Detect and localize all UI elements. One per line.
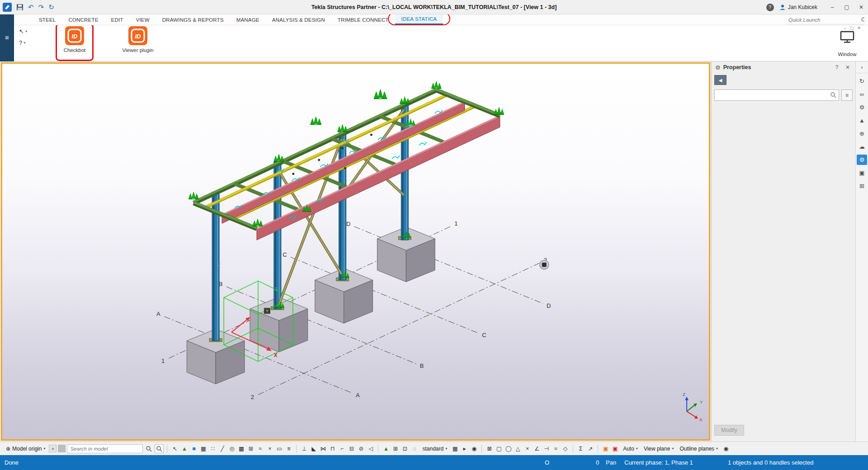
select-switch-icon[interactable]: ↖ [170,444,179,453]
snap-profile-dropdown[interactable]: standard ▾ [420,444,449,454]
tab-idea-statica[interactable]: IDEA STATICA [395,14,443,25]
applications-icon[interactable]: ⊞ [857,181,867,191]
viewer-plugin-button[interactable]: ID Viewer plugin [120,26,156,61]
column-3[interactable] [339,132,346,280]
select-grids-icon[interactable]: ⊞ [246,444,255,453]
view-tool-cross-icon[interactable]: × [523,444,532,453]
link-icon[interactable]: ∞ [857,89,867,99]
select-components-icon[interactable]: ▦ [199,444,208,453]
deck[interactable] [193,89,500,240]
mdi-close-icon[interactable]: ✕ [857,26,861,30]
snap-intersection-icon[interactable]: ⋈ [319,444,327,453]
auto-dropdown[interactable]: Auto ▾ [621,444,640,454]
view-plane-dropdown[interactable]: View plane ▾ [642,444,676,454]
snap-grid-points-icon[interactable]: ⊞ [391,444,400,453]
learning-icon[interactable]: ▲ [857,115,867,126]
tab-manage[interactable]: MANAGE [230,14,266,25]
modify-button[interactable]: Modify [714,425,744,436]
snap-off-icon[interactable]: ⊘ [357,444,365,453]
view-tool-axis-icon[interactable]: ⊣ [542,444,551,453]
panel-back-button[interactable]: ◀ [714,75,726,85]
snap-nearest-icon[interactable]: ◁ [366,444,375,453]
window-icon[interactable] [840,31,855,43]
outline-planes-dropdown[interactable]: Outline planes ▾ [677,444,720,454]
select-objects-icon[interactable]: ■ [189,444,198,453]
pointer-tool-icon[interactable]: ▸ [460,444,469,453]
snap-perpendicular-icon[interactable]: ⊥ [300,444,308,453]
visibility-tool-icon[interactable]: ◉ [470,444,478,453]
tab-steel[interactable]: STEEL [33,14,62,25]
snap-any-points-icon[interactable]: ⊡ [401,444,409,453]
model-origin-dropdown[interactable]: ⊕ Model origin ▾ [4,444,47,454]
gear-help-icon[interactable]: ⚙ [857,102,867,113]
tab-view[interactable]: VIEW [130,14,156,25]
tab-concrete[interactable]: CONCRETE [62,14,104,25]
properties-search-input[interactable] [714,89,839,101]
clip-plane-tool-icon[interactable]: ▣ [601,444,610,453]
snap-reference-icon[interactable]: ▲ [382,444,390,453]
help-tool-button[interactable]: ? ▾ [19,39,27,46]
pane-expand-icon[interactable]: › [856,61,868,73]
3d-scene[interactable]: AABBCCDD1122 [2,64,709,439]
trimble-connect-icon[interactable]: ☁ [857,141,867,152]
quick-launch[interactable] [787,16,864,24]
cut-plane-tool-icon[interactable]: ▣ [611,444,619,453]
components-icon[interactable]: ▣ [857,168,867,178]
select-points-icon[interactable]: ∷ [208,444,217,453]
undo-icon[interactable]: ↶ [28,3,34,11]
close-button[interactable]: ✕ [854,1,868,14]
snap-filter-icon[interactable]: ▲ [180,444,189,453]
maximize-button[interactable]: ▢ [840,1,854,14]
tab-analysis-design[interactable]: ANALYSIS & DESIGN [266,14,331,25]
minimize-button[interactable]: – [826,1,839,14]
user-account[interactable]: Jan Kubicek [779,4,817,10]
model-search-options-button[interactable] [155,444,164,453]
file-menu-strip[interactable]: ≡ [0,14,14,61]
view-tool-wave-icon[interactable]: ≈ [552,444,560,453]
checkbot-button[interactable]: ID Checkbot [57,26,92,61]
select-surfaces-icon[interactable]: ◎ [227,444,236,453]
select-tool-button[interactable]: ↖ ▾ [19,28,27,35]
select-cuts-icon[interactable]: × [265,444,274,453]
view-tool-circle-icon[interactable]: ◯ [504,444,513,453]
history-icon[interactable]: ↻ [48,3,54,11]
tab-edit[interactable]: EDIT [105,14,130,25]
grid-tool-icon[interactable]: ▦ [451,444,459,453]
select-parts-icon[interactable]: ╱ [218,444,226,453]
help-icon[interactable]: ? [766,4,774,11]
tekla-online-icon[interactable]: ⊕ [857,128,867,139]
panel-close-icon[interactable]: ✕ [844,64,852,70]
model-search-input[interactable] [67,444,143,453]
view-tool-box-icon[interactable]: ▢ [495,444,503,453]
mdi-minimize-icon[interactable]: – [844,26,846,30]
rotation-center-icon[interactable] [540,260,549,269]
view-tool-angle-icon[interactable]: ∠ [533,444,541,453]
select-views-icon[interactable]: ▭ [275,444,283,453]
snap-free-icon[interactable]: ◌ [410,444,419,453]
select-welds-icon[interactable]: ≈ [256,444,264,453]
measure-tool-icon[interactable]: ↗ [586,444,594,453]
mdi-restore-icon[interactable]: ▢ [850,26,854,30]
snap-center-icon[interactable]: ⊟ [347,444,356,453]
model-viewport[interactable]: AABBCCDD1122 [1,62,710,441]
tab-trimble-connect[interactable]: TRIMBLE CONNECT [331,14,395,25]
origin-toggle-button[interactable] [58,445,66,452]
filter-tool-icon[interactable]: Σ [576,444,585,453]
select-meshes-icon[interactable]: ▩ [237,444,245,453]
view-tool-fit-icon[interactable]: ⊠ [485,444,494,453]
properties-list-button[interactable]: ≡ [841,89,853,101]
view-tool-triangle-icon[interactable]: △ [514,444,522,453]
refresh-icon[interactable]: ↻ [857,76,867,86]
select-lines-icon[interactable]: ≡ [284,444,293,453]
quick-launch-input[interactable] [787,17,861,23]
view-tool-diamond-icon[interactable]: ◇ [561,444,570,453]
save-icon[interactable] [16,4,24,11]
redo-icon[interactable]: ↷ [38,3,44,11]
tab-drawings-reports[interactable]: DRAWINGS & REPORTS [156,14,230,25]
panel-help-icon[interactable]: ? [833,64,841,70]
properties-gear-icon[interactable]: ⚙ [857,155,867,165]
visibility-eye-icon[interactable]: ◉ [722,444,730,453]
snap-corner-icon[interactable]: ⌐ [338,444,346,453]
model-search-button[interactable] [144,444,153,453]
snap-midpoint-icon[interactable]: ⊓ [328,444,337,453]
